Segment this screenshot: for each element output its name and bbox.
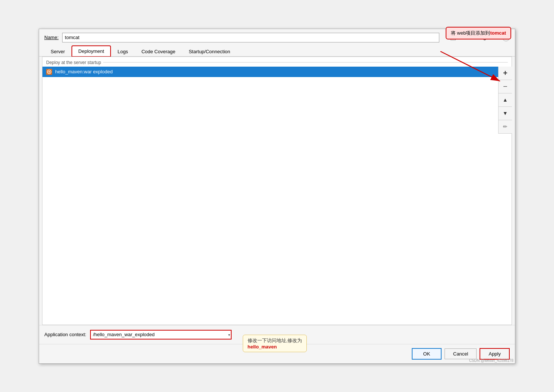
tab-logs[interactable]: Logs (111, 46, 134, 57)
vcs-checkbox[interactable] (450, 35, 456, 40)
empty-deploy-area (42, 77, 512, 325)
remove-button[interactable]: − (499, 80, 512, 93)
content-area: Deploy at the server startup + − ▲ ▼ ✏ (42, 57, 512, 325)
tabs-row: Server Deployment Logs Code Coverage Sta… (39, 45, 515, 57)
name-label: Name: (44, 35, 58, 40)
sidebar-buttons: + − ▲ ▼ ✏ (498, 67, 512, 134)
name-input[interactable] (62, 33, 439, 42)
ok-button[interactable]: OK (412, 348, 442, 360)
add-button[interactable]: + (499, 67, 512, 80)
move-up-button[interactable]: ▲ (499, 93, 512, 107)
move-down-button[interactable]: ▼ (499, 107, 512, 120)
edit-button[interactable]: ✏ (499, 120, 512, 134)
footer: OK Cancel Apply (39, 344, 515, 363)
deploy-icon (46, 69, 52, 75)
watermark: CSDN @weixin_41598178 (469, 358, 513, 363)
tab-startup[interactable]: Startup/Connection (182, 46, 236, 57)
apply-button[interactable]: Apply (480, 348, 510, 360)
help-button[interactable]: ? (502, 34, 510, 41)
vcs-label: Share through VCS (458, 35, 500, 40)
tab-deployment[interactable]: Deployment (72, 46, 110, 57)
context-input[interactable] (90, 330, 232, 340)
deploy-item-label: hello_maven:war exploded (55, 69, 113, 74)
cancel-button[interactable]: Cancel (445, 348, 477, 359)
svg-point-4 (48, 71, 50, 73)
tab-server[interactable]: Server (44, 46, 71, 57)
deploy-item[interactable]: hello_maven:war exploded (42, 67, 512, 77)
context-label: Application context: (44, 332, 86, 337)
section-label: Deploy at the server startup (42, 57, 512, 67)
tab-code-coverage[interactable]: Code Coverage (135, 46, 182, 57)
bottom-area: Application context: ▾ 修改一下访问地址,修改为 hell… (39, 325, 515, 344)
